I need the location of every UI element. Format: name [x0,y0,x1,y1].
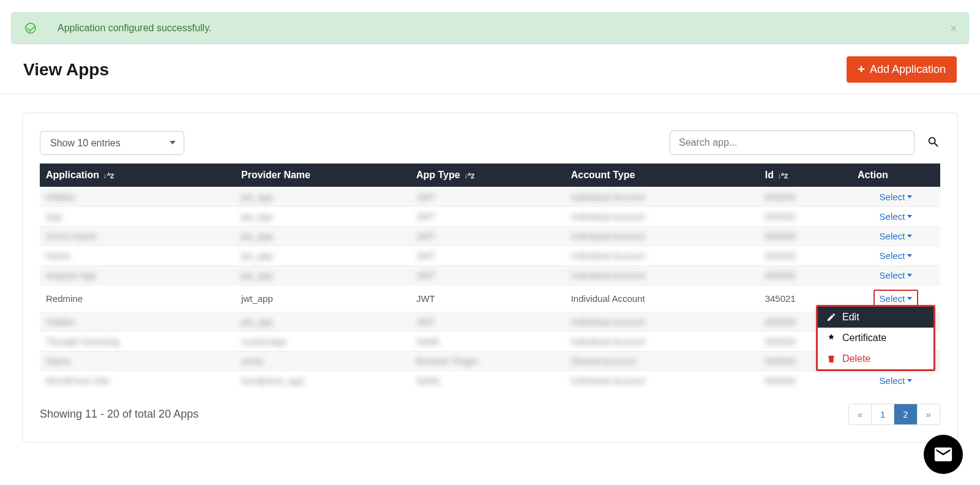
table-row: NamesomeBrowser PluginShared Account0000… [40,352,940,371]
cell: Individual Account [565,207,759,227]
table-row: Redminejwt_appJWTIndividual Account34502… [40,285,940,312]
pencil-icon [826,312,836,322]
add-button-label: Add Application [870,63,946,76]
table-row: Hiddenjwt_appJWTIndividual Account000000… [40,187,940,207]
cell: WordPress Site [40,371,235,391]
search-input[interactable] [670,130,915,155]
table-row: Thought SometngcustomappSAMLIndividual A… [40,332,940,352]
cell: Name [40,246,235,266]
cell: 000000 [759,207,851,227]
cell: customapp [235,332,410,352]
entries-select-wrap: Show 10 entries [40,131,184,155]
cell: JWT [410,207,565,227]
select-action-dropdown[interactable]: Select [880,250,913,261]
showing-text: Showing 11 - 20 of total 20 Apps [40,408,198,421]
cell: Individual Account [565,246,759,266]
select-action-dropdown[interactable]: Select [880,375,913,386]
cell: Individual Account [565,371,759,391]
col-application[interactable]: Application ↓ᴬᴢ [40,164,235,187]
page-header: View Apps + Add Application [0,44,980,94]
cell: jwt_app [235,285,410,312]
cell: Angular App [40,266,235,285]
select-action-dropdown[interactable]: Select [880,231,913,241]
table-head: Application ↓ᴬᴢ Provider Name App Type ↓… [40,164,940,187]
sort-icon: ↓ᴬᴢ [103,171,114,180]
action-cell: Select [851,266,940,285]
page-prev[interactable]: « [849,404,872,424]
check-circle-icon [25,23,36,34]
cell: jwt_app [235,266,410,285]
cell: Hidden [40,312,235,332]
cell: 000000 [759,246,851,266]
table-row: Appjwt_appJWTIndividual Account000000Sel… [40,207,940,227]
cell: 000000 [759,371,851,391]
cell: 000000 [759,266,851,285]
cell: App [40,207,235,227]
search-wrap [670,130,940,155]
cell: 000000 [759,227,851,246]
caret-down-icon [907,274,912,277]
table-controls: Show 10 entries [40,130,940,155]
cell: Redmine [40,285,235,312]
action-cell: SelectEditCertificateDelete [851,285,940,312]
table-row: Some Namejwt_appJWTIndividual Account000… [40,227,940,246]
cell: Thought Sometng [40,332,235,352]
cell: JWT [410,246,565,266]
action-delete[interactable]: Delete [818,348,933,369]
cell: SAML [410,332,565,352]
cell: Browser Plugin [410,352,565,371]
col-account: Account Type [565,164,759,187]
entries-select[interactable]: Show 10 entries [40,131,184,155]
table-footer: Showing 11 - 20 of total 20 Apps « 1 2 » [40,404,940,425]
cell: Individual Account [565,227,759,246]
sort-icon: ↓ᴬᴢ [464,171,474,180]
cell: jwt_app [235,207,410,227]
cell: JWT [410,187,565,207]
cell: Hidden [40,187,235,207]
apps-table: Application ↓ᴬᴢ Provider Name App Type ↓… [40,164,940,390]
page-2[interactable]: 2 [894,404,917,424]
col-apptype[interactable]: App Type ↓ᴬᴢ [410,164,565,187]
cell: Name [40,352,235,371]
plus-icon: + [858,62,865,77]
success-alert: Application configured successfully. × [11,12,969,44]
cell: jwt_app [235,312,410,332]
search-icon [927,135,940,149]
add-application-button[interactable]: + Add Application [847,56,957,83]
select-action-dropdown[interactable]: Select [880,270,913,280]
search-button[interactable] [927,135,940,151]
select-action-dropdown[interactable]: Select [880,211,913,222]
cell: Shared Account [565,352,759,371]
page-1[interactable]: 1 [872,404,894,424]
caret-down-icon [907,379,912,382]
page-next[interactable]: » [918,404,940,424]
pagination: « 1 2 » [848,404,940,425]
caret-down-icon [907,297,912,300]
cell: wordpress_app [235,371,410,391]
cell: Individual Account [565,312,759,332]
close-icon[interactable]: × [950,21,957,36]
cell: Individual Account [565,332,759,352]
cell: some [235,352,410,371]
action-certificate[interactable]: Certificate [818,328,933,348]
select-action-dropdown[interactable]: Select [880,192,913,202]
caret-down-icon [907,254,912,257]
caret-down-icon [907,195,912,198]
cell: jwt_app [235,187,410,207]
cell: JWT [410,285,565,312]
cell: Individual Account [565,285,759,312]
cell: JWT [410,227,565,246]
cell: Individual Account [565,266,759,285]
col-id[interactable]: Id ↓ᴬᴢ [759,164,851,187]
action-cell: Select [851,187,940,207]
alert-message: Application configured successfully. [58,23,211,34]
table-row: Hiddenjwt_appJWTIndividual Account000000… [40,312,940,332]
trash-icon [826,354,836,364]
cell: jwt_app [235,227,410,246]
table-row: Namejwt_appJWTIndividual Account000000Se… [40,246,940,266]
mail-icon [933,444,954,461]
action-edit[interactable]: Edit [818,307,933,328]
certificate-icon [826,333,836,343]
table-row: Angular Appjwt_appJWTIndividual Account0… [40,266,940,285]
page-title: View Apps [23,60,109,80]
